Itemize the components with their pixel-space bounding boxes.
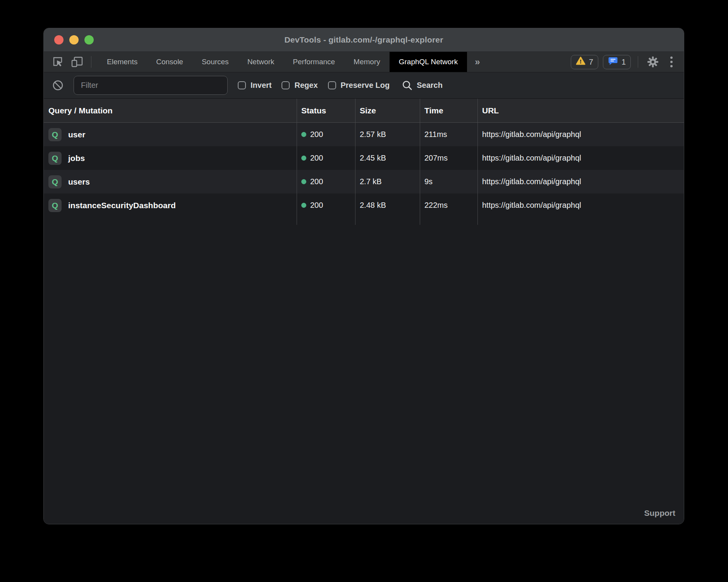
settings-gear-icon[interactable] (645, 54, 661, 70)
regex-checkbox[interactable] (282, 81, 290, 89)
query-name: jobs (68, 154, 85, 163)
status-code: 200 (310, 177, 323, 186)
tabbar-right-divider (638, 56, 638, 68)
tab-performance[interactable]: Performance (283, 52, 344, 72)
column-header-size[interactable]: Size (355, 99, 420, 122)
request-url: https://gitlab.com/api/graphql (477, 146, 684, 170)
tab-elements[interactable]: Elements (98, 52, 147, 72)
window-title: DevTools - gitlab.com/-/graphql-explorer (44, 35, 684, 45)
filter-toolbar: Invert Regex Preserve Log Search (44, 72, 684, 99)
column-separator-stub (44, 217, 684, 225)
response-size: 2.48 kB (355, 193, 420, 217)
status-ok-dot (301, 203, 306, 208)
query-name: instanceSecurityDashboard (68, 201, 176, 210)
status-code: 200 (310, 154, 323, 163)
status-ok-dot (301, 179, 306, 184)
status-ok-dot (301, 132, 306, 137)
warnings-badge[interactable]: 7 (571, 55, 598, 69)
request-url: https://gitlab.com/api/graphql (477, 123, 684, 146)
search-icon (402, 80, 412, 91)
tab-network[interactable]: Network (238, 52, 284, 72)
table-body: Q user 200 2.57 kB 211ms https://gitlab.… (44, 123, 684, 217)
invert-label: Invert (251, 81, 271, 90)
status-code: 200 (310, 130, 323, 139)
query-name: users (68, 177, 90, 187)
warning-icon (576, 56, 585, 67)
query-type-badge: Q (48, 199, 62, 212)
message-icon (608, 56, 618, 68)
window-titlebar: DevTools - gitlab.com/-/graphql-explorer (44, 28, 684, 52)
more-options-icon[interactable] (665, 56, 678, 67)
toolbar-divider (91, 56, 91, 68)
preserve-log-label: Preserve Log (341, 81, 390, 90)
regex-label: Regex (294, 81, 318, 90)
more-tabs-chevron[interactable]: » (467, 52, 488, 72)
preserve-log-checkbox[interactable] (328, 81, 336, 89)
regex-checkbox-group: Regex (282, 81, 318, 90)
column-header-time[interactable]: Time (420, 99, 477, 122)
status-code: 200 (310, 201, 323, 210)
inspect-element-icon[interactable] (50, 54, 65, 70)
devtools-window: DevTools - gitlab.com/-/graphql-explorer (43, 28, 684, 524)
column-header-query-mutation[interactable]: Query / Mutation (44, 99, 297, 122)
device-toolbar-icon[interactable] (69, 54, 85, 70)
response-size: 2.7 kB (355, 170, 420, 193)
tab-sources[interactable]: Sources (192, 52, 238, 72)
search-label: Search (417, 81, 443, 90)
status-ok-dot (301, 156, 306, 161)
table-row[interactable]: Q jobs 200 2.45 kB 207ms https://gitlab.… (44, 146, 684, 170)
response-time: 211ms (420, 123, 477, 146)
issues-count: 1 (622, 58, 626, 67)
search-control[interactable]: Search (402, 80, 443, 91)
support-link[interactable]: Support (644, 508, 675, 518)
tab-graphql-network[interactable]: GraphQL Network (390, 52, 467, 72)
issues-badge[interactable]: 1 (603, 55, 631, 69)
invert-checkbox[interactable] (238, 81, 246, 89)
tab-memory[interactable]: Memory (344, 52, 390, 72)
panel-empty-area: Support (44, 225, 684, 524)
request-url: https://gitlab.com/api/graphql (477, 170, 684, 193)
devtools-tabbar: Elements Console Sources Network Perform… (44, 52, 684, 72)
preserve-log-checkbox-group: Preserve Log (328, 81, 390, 90)
tab-console[interactable]: Console (147, 52, 192, 72)
query-name: user (68, 130, 85, 139)
table-header: Query / Mutation Status Size Time URL (44, 99, 684, 123)
filter-input[interactable] (74, 76, 228, 95)
table-row[interactable]: Q instanceSecurityDashboard 200 2.48 kB … (44, 193, 684, 217)
query-type-badge: Q (48, 175, 62, 188)
request-url: https://gitlab.com/api/graphql (477, 193, 684, 217)
response-time: 9s (420, 170, 477, 193)
query-type-badge: Q (48, 128, 62, 141)
desktop-background: DevTools - gitlab.com/-/graphql-explorer (0, 0, 728, 582)
response-size: 2.45 kB (355, 146, 420, 170)
warning-count: 7 (589, 58, 593, 67)
panel-tabs: Elements Console Sources Network Perform… (98, 52, 488, 72)
column-header-url[interactable]: URL (477, 99, 684, 122)
response-time: 207ms (420, 146, 477, 170)
table-row[interactable]: Q users 200 2.7 kB 9s https://gitlab.com… (44, 170, 684, 193)
invert-checkbox-group: Invert (238, 81, 271, 90)
table-row[interactable]: Q user 200 2.57 kB 211ms https://gitlab.… (44, 123, 684, 146)
query-type-badge: Q (48, 152, 62, 165)
response-size: 2.57 kB (355, 123, 420, 146)
column-header-status[interactable]: Status (297, 99, 355, 122)
clear-filter-icon[interactable] (52, 80, 64, 91)
response-time: 222ms (420, 193, 477, 217)
